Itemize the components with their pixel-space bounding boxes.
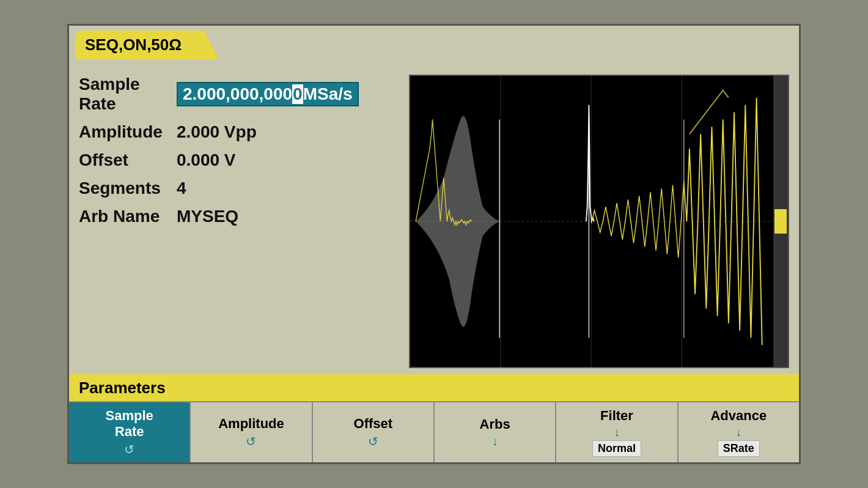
filter-button[interactable]: Filter ↓ Normal bbox=[556, 402, 678, 462]
amplitude-row: Amplitude 2.000 Vpp bbox=[79, 122, 397, 142]
amplitude-button[interactable]: Amplitude ↺ bbox=[191, 402, 312, 462]
amplitude-value: 2.000 Vpp bbox=[177, 122, 257, 142]
waveform-svg bbox=[410, 76, 773, 367]
waveform-container bbox=[409, 75, 789, 368]
offset-button[interactable]: Offset ↺ bbox=[313, 402, 435, 462]
sample-rate-unit: MSa/s bbox=[303, 84, 353, 103]
main-content: Sample Rate 2.000,000,0000MSa/s Amplitud… bbox=[69, 62, 799, 374]
sample-rate-refresh-icon: ↺ bbox=[124, 442, 134, 457]
sample-rate-button-label: SampleRate bbox=[106, 408, 153, 440]
title-tab: SEQ,ON,50Ω bbox=[75, 31, 218, 59]
filter-button-label: Filter bbox=[600, 408, 633, 424]
amplitude-button-label: Amplitude bbox=[218, 416, 284, 432]
advance-button-label: Advance bbox=[710, 408, 767, 424]
arbs-down-icon: ↓ bbox=[492, 434, 498, 448]
advance-button[interactable]: Advance ↓ SRate bbox=[679, 402, 799, 462]
sample-rate-value[interactable]: 2.000,000,0000MSa/s bbox=[177, 82, 359, 106]
arb-name-row: Arb Name MYSEQ bbox=[79, 207, 397, 226]
sample-rate-row: Sample Rate 2.000,000,0000MSa/s bbox=[79, 75, 397, 114]
info-panel: Sample Rate 2.000,000,0000MSa/s Amplitud… bbox=[79, 75, 397, 368]
amplitude-label: Amplitude bbox=[79, 122, 177, 142]
button-bar: SampleRate ↺ Amplitude ↺ Offset ↺ Arbs ↓… bbox=[69, 401, 799, 462]
arb-name-label: Arb Name bbox=[79, 207, 177, 226]
segments-row: Segments 4 bbox=[79, 179, 397, 198]
offset-row: Offset 0.000 V bbox=[79, 150, 397, 170]
filter-sub-value: Normal bbox=[592, 440, 641, 457]
oscilloscope-screen: SEQ,ON,50Ω Sample Rate 2.000,000,0000MSa… bbox=[67, 24, 801, 464]
sample-rate-cursor: 0 bbox=[292, 84, 303, 104]
arb-name-value: MYSEQ bbox=[177, 207, 238, 226]
filter-down-icon: ↓ bbox=[614, 425, 620, 439]
advance-down-icon: ↓ bbox=[735, 425, 741, 439]
sample-rate-before-cursor: 2.000,000,000 bbox=[183, 84, 292, 103]
scroll-arrow-right[interactable] bbox=[779, 216, 787, 226]
segments-label: Segments bbox=[79, 179, 177, 198]
offset-refresh-icon: ↺ bbox=[368, 434, 378, 449]
arbs-button-label: Arbs bbox=[480, 416, 510, 432]
waveform-scrollbar[interactable] bbox=[773, 76, 788, 367]
offset-value: 0.000 V bbox=[177, 150, 236, 170]
params-bar: Parameters bbox=[69, 374, 799, 401]
advance-sub-value: SRate bbox=[718, 440, 760, 457]
sample-rate-button[interactable]: SampleRate ↺ bbox=[69, 402, 191, 462]
amplitude-refresh-icon: ↺ bbox=[246, 434, 256, 449]
header-area: SEQ,ON,50Ω bbox=[69, 26, 799, 62]
offset-label: Offset bbox=[79, 150, 177, 170]
sample-rate-label: Sample Rate bbox=[79, 75, 177, 114]
waveform-display bbox=[410, 76, 788, 367]
offset-button-label: Offset bbox=[354, 416, 393, 432]
screen-title: SEQ,ON,50Ω bbox=[85, 35, 182, 54]
params-bar-title: Parameters bbox=[79, 379, 166, 397]
segments-value: 4 bbox=[177, 179, 186, 198]
arbs-button[interactable]: Arbs ↓ bbox=[435, 402, 556, 462]
